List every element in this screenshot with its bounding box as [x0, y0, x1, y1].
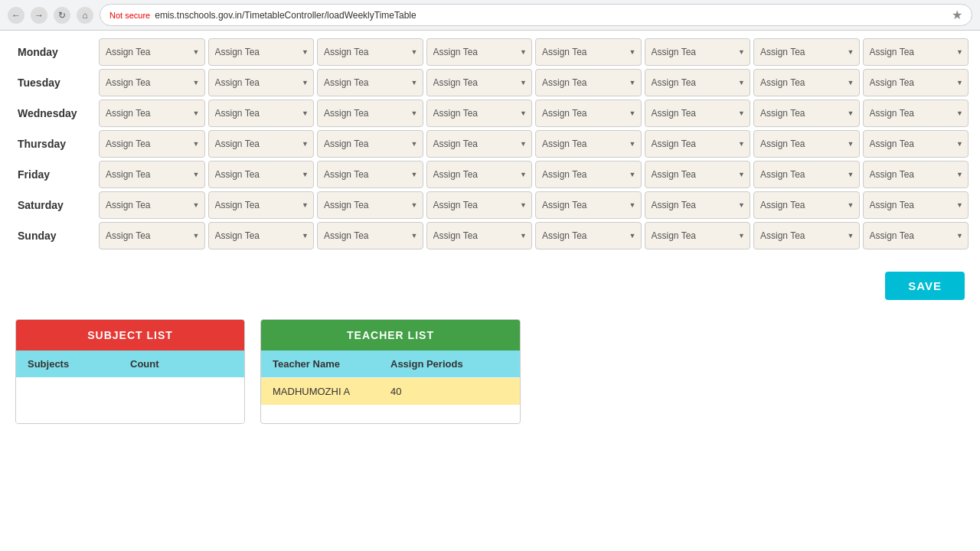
period-select-friday-3[interactable]: Assign Tea [317, 161, 423, 188]
period-select-wrapper-tuesday-3[interactable]: Assign Tea [317, 69, 423, 96]
period-select-saturday-3[interactable]: Assign Tea [317, 191, 423, 219]
home-button[interactable]: ⌂ [77, 7, 93, 24]
period-select-wrapper-tuesday-5[interactable]: Assign Tea [535, 69, 642, 96]
bookmark-icon[interactable]: ★ [952, 8, 962, 22]
period-select-thursday-8[interactable]: Assign Tea [863, 130, 969, 158]
period-select-wrapper-monday-7[interactable]: Assign Tea [753, 38, 860, 66]
period-select-friday-5[interactable]: Assign Tea [535, 161, 642, 188]
period-select-monday-3[interactable]: Assign Tea [317, 38, 423, 66]
period-select-friday-8[interactable]: Assign Tea [863, 161, 969, 188]
period-select-wrapper-thursday-8[interactable]: Assign Tea [863, 130, 969, 158]
period-select-tuesday-8[interactable]: Assign Tea [863, 69, 969, 96]
period-select-monday-8[interactable]: Assign Tea [863, 38, 969, 66]
period-select-wrapper-tuesday-6[interactable]: Assign Tea [645, 69, 751, 96]
period-select-thursday-2[interactable]: Assign Tea [208, 130, 315, 158]
period-select-wrapper-sunday-6[interactable]: Assign Tea [645, 222, 751, 249]
period-select-wrapper-monday-5[interactable]: Assign Tea [535, 38, 642, 66]
period-select-wrapper-tuesday-2[interactable]: Assign Tea [208, 69, 315, 96]
back-button[interactable]: ← [8, 7, 24, 24]
forward-button[interactable]: → [31, 7, 47, 24]
period-select-wednesday-3[interactable]: Assign Tea [317, 99, 423, 127]
period-select-thursday-3[interactable]: Assign Tea [317, 130, 423, 158]
period-select-wrapper-thursday-5[interactable]: Assign Tea [535, 130, 642, 158]
period-select-sunday-1[interactable]: Assign Tea [99, 222, 205, 249]
period-select-monday-5[interactable]: Assign Tea [535, 38, 642, 66]
period-select-sunday-6[interactable]: Assign Tea [645, 222, 751, 249]
period-select-wrapper-wednesday-8[interactable]: Assign Tea [863, 99, 969, 127]
period-select-wrapper-monday-4[interactable]: Assign Tea [426, 38, 533, 66]
address-bar[interactable]: Not secure emis.tnschools.gov.in/Timetab… [100, 4, 972, 26]
period-select-wednesday-6[interactable]: Assign Tea [645, 99, 751, 127]
period-select-tuesday-2[interactable]: Assign Tea [208, 69, 315, 96]
period-select-monday-7[interactable]: Assign Tea [753, 38, 860, 66]
period-select-wednesday-1[interactable]: Assign Tea [99, 99, 205, 127]
period-select-wrapper-sunday-1[interactable]: Assign Tea [99, 222, 205, 249]
period-select-wrapper-tuesday-4[interactable]: Assign Tea [426, 69, 533, 96]
period-select-wrapper-tuesday-7[interactable]: Assign Tea [753, 69, 860, 96]
period-select-wednesday-5[interactable]: Assign Tea [535, 99, 642, 127]
period-select-wrapper-wednesday-7[interactable]: Assign Tea [753, 99, 860, 127]
period-select-sunday-5[interactable]: Assign Tea [535, 222, 642, 249]
period-select-wednesday-8[interactable]: Assign Tea [863, 99, 969, 127]
period-select-sunday-3[interactable]: Assign Tea [317, 222, 423, 249]
period-select-wrapper-monday-3[interactable]: Assign Tea [317, 38, 423, 66]
period-select-friday-6[interactable]: Assign Tea [645, 161, 751, 188]
period-select-wrapper-thursday-3[interactable]: Assign Tea [317, 130, 423, 158]
period-select-wrapper-saturday-4[interactable]: Assign Tea [426, 191, 533, 219]
period-select-saturday-6[interactable]: Assign Tea [645, 191, 751, 219]
period-select-sunday-4[interactable]: Assign Tea [426, 222, 533, 249]
period-select-wednesday-4[interactable]: Assign Tea [426, 99, 533, 127]
period-select-saturday-5[interactable]: Assign Tea [535, 191, 642, 219]
period-select-wrapper-wednesday-5[interactable]: Assign Tea [535, 99, 642, 127]
period-select-wrapper-saturday-5[interactable]: Assign Tea [535, 191, 642, 219]
period-select-wrapper-wednesday-1[interactable]: Assign Tea [99, 99, 205, 127]
period-select-wrapper-friday-4[interactable]: Assign Tea [426, 161, 533, 188]
period-select-wrapper-thursday-6[interactable]: Assign Tea [645, 130, 751, 158]
period-select-friday-7[interactable]: Assign Tea [753, 161, 860, 188]
period-select-wrapper-sunday-4[interactable]: Assign Tea [426, 222, 533, 249]
period-select-tuesday-4[interactable]: Assign Tea [426, 69, 533, 96]
period-select-sunday-7[interactable]: Assign Tea [753, 222, 860, 249]
period-select-wrapper-thursday-4[interactable]: Assign Tea [426, 130, 533, 158]
period-select-saturday-8[interactable]: Assign Tea [863, 191, 969, 219]
period-select-wrapper-saturday-6[interactable]: Assign Tea [645, 191, 751, 219]
period-select-thursday-6[interactable]: Assign Tea [645, 130, 751, 158]
period-select-wrapper-sunday-2[interactable]: Assign Tea [208, 222, 315, 249]
period-select-wrapper-saturday-1[interactable]: Assign Tea [99, 191, 205, 219]
period-select-thursday-5[interactable]: Assign Tea [535, 130, 642, 158]
period-select-wrapper-thursday-7[interactable]: Assign Tea [753, 130, 860, 158]
period-select-monday-1[interactable]: Assign Tea [99, 38, 205, 66]
period-select-wrapper-tuesday-8[interactable]: Assign Tea [863, 69, 969, 96]
period-select-wednesday-7[interactable]: Assign Tea [753, 99, 860, 127]
period-select-friday-2[interactable]: Assign Tea [208, 161, 315, 188]
period-select-wrapper-friday-2[interactable]: Assign Tea [208, 161, 315, 188]
period-select-wrapper-thursday-1[interactable]: Assign Tea [99, 130, 205, 158]
period-select-wrapper-wednesday-4[interactable]: Assign Tea [426, 99, 533, 127]
period-select-sunday-8[interactable]: Assign Tea [863, 222, 969, 249]
period-select-thursday-7[interactable]: Assign Tea [753, 130, 860, 158]
period-select-wrapper-saturday-8[interactable]: Assign Tea [863, 191, 969, 219]
period-select-wrapper-monday-1[interactable]: Assign Tea [99, 38, 205, 66]
period-select-wrapper-wednesday-3[interactable]: Assign Tea [317, 99, 423, 127]
period-select-saturday-7[interactable]: Assign Tea [753, 191, 860, 219]
period-select-wrapper-tuesday-1[interactable]: Assign Tea [99, 69, 205, 96]
period-select-friday-1[interactable]: Assign Tea [99, 161, 205, 188]
period-select-wrapper-friday-8[interactable]: Assign Tea [863, 161, 969, 188]
period-select-tuesday-5[interactable]: Assign Tea [535, 69, 642, 96]
period-select-wednesday-2[interactable]: Assign Tea [208, 99, 315, 127]
period-select-sunday-2[interactable]: Assign Tea [208, 222, 315, 249]
period-select-wrapper-friday-1[interactable]: Assign Tea [99, 161, 205, 188]
period-select-wrapper-friday-6[interactable]: Assign Tea [645, 161, 751, 188]
period-select-wrapper-monday-8[interactable]: Assign Tea [863, 38, 969, 66]
period-select-thursday-1[interactable]: Assign Tea [99, 130, 205, 158]
period-select-wrapper-friday-7[interactable]: Assign Tea [753, 161, 860, 188]
period-select-tuesday-6[interactable]: Assign Tea [645, 69, 751, 96]
period-select-tuesday-3[interactable]: Assign Tea [317, 69, 423, 96]
period-select-wrapper-saturday-7[interactable]: Assign Tea [753, 191, 860, 219]
save-button[interactable]: SAVE [885, 272, 965, 300]
period-select-wrapper-friday-3[interactable]: Assign Tea [317, 161, 423, 188]
period-select-wrapper-sunday-3[interactable]: Assign Tea [317, 222, 423, 249]
period-select-wrapper-wednesday-6[interactable]: Assign Tea [645, 99, 751, 127]
period-select-wrapper-sunday-7[interactable]: Assign Tea [753, 222, 860, 249]
period-select-monday-2[interactable]: Assign Tea [208, 38, 315, 66]
